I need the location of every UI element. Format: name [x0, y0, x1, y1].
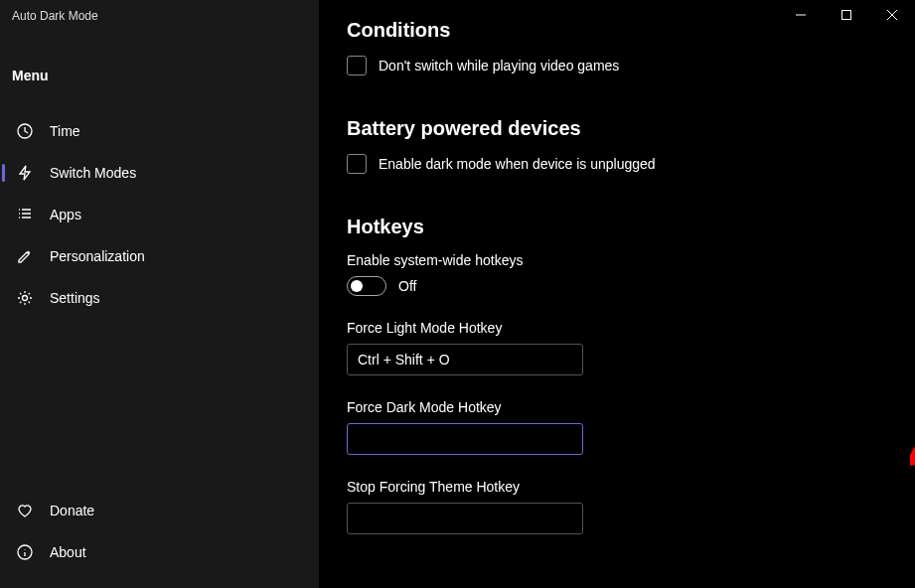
input-stop-hotkey[interactable] — [347, 503, 583, 534]
field-label-light-hotkey: Force Light Mode Hotkey — [347, 320, 915, 336]
lightning-icon — [16, 164, 34, 182]
checkbox-label: Enable dark mode when device is unplugge… — [379, 156, 656, 172]
list-icon — [16, 206, 34, 223]
input-light-hotkey[interactable] — [347, 344, 583, 375]
app-title: Auto Dark Mode — [0, 8, 319, 34]
sidebar-item-label: About — [50, 544, 86, 560]
toggle-system-hotkeys[interactable] — [347, 276, 386, 296]
field-label-dark-hotkey: Force Dark Mode Hotkey — [347, 399, 915, 415]
sidebar-item-personalization[interactable]: Personalization — [4, 236, 315, 276]
nav-footer: Donate About — [0, 491, 319, 572]
sidebar-item-settings[interactable]: Settings — [4, 278, 315, 318]
info-icon — [16, 543, 34, 561]
sidebar-item-donate[interactable]: Donate — [4, 491, 315, 530]
sidebar-item-time[interactable]: Time — [4, 111, 315, 151]
sidebar-item-label: Settings — [50, 290, 100, 306]
heart-icon — [16, 502, 34, 519]
sidebar-item-label: Personalization — [50, 248, 145, 264]
nav-list: Time Switch Modes Apps Personalization S… — [0, 111, 319, 318]
gear-icon — [16, 289, 34, 307]
section-heading-conditions: Conditions — [347, 19, 915, 42]
sidebar-item-label: Apps — [50, 207, 81, 222]
input-dark-hotkey[interactable] — [347, 423, 583, 455]
toggle-state-label: Off — [398, 278, 416, 294]
toggle-knob — [351, 280, 363, 292]
checkbox-row-video-games[interactable]: Don't switch while playing video games — [347, 56, 915, 75]
sidebar-item-switch-modes[interactable]: Switch Modes — [4, 153, 315, 193]
sidebar-item-about[interactable]: About — [4, 532, 315, 572]
sidebar-item-label: Donate — [50, 503, 94, 518]
sidebar: Auto Dark Mode Menu Time Switch Modes Ap… — [0, 0, 319, 588]
toggle-row: Off — [347, 276, 915, 296]
sidebar-item-apps[interactable]: Apps — [4, 195, 315, 234]
clock-icon — [16, 122, 34, 140]
checkbox-label: Don't switch while playing video games — [379, 58, 619, 74]
section-heading-hotkeys: Hotkeys — [347, 216, 915, 238]
checkbox-row-unplugged[interactable]: Enable dark mode when device is unplugge… — [347, 154, 915, 174]
checkbox-video-games[interactable] — [347, 56, 367, 75]
content-area: Conditions Don't switch while playing vi… — [319, 0, 915, 588]
field-label-stop-hotkey: Stop Forcing Theme Hotkey — [347, 479, 915, 495]
checkbox-unplugged[interactable] — [347, 154, 367, 174]
pencil-icon — [16, 247, 34, 265]
toggle-label-system-hotkeys: Enable system-wide hotkeys — [347, 252, 915, 268]
sidebar-item-label: Switch Modes — [50, 165, 136, 181]
sidebar-item-label: Time — [50, 123, 80, 139]
menu-heading: Menu — [0, 34, 319, 99]
section-heading-battery: Battery powered devices — [347, 117, 915, 140]
svg-point-1 — [23, 296, 28, 301]
